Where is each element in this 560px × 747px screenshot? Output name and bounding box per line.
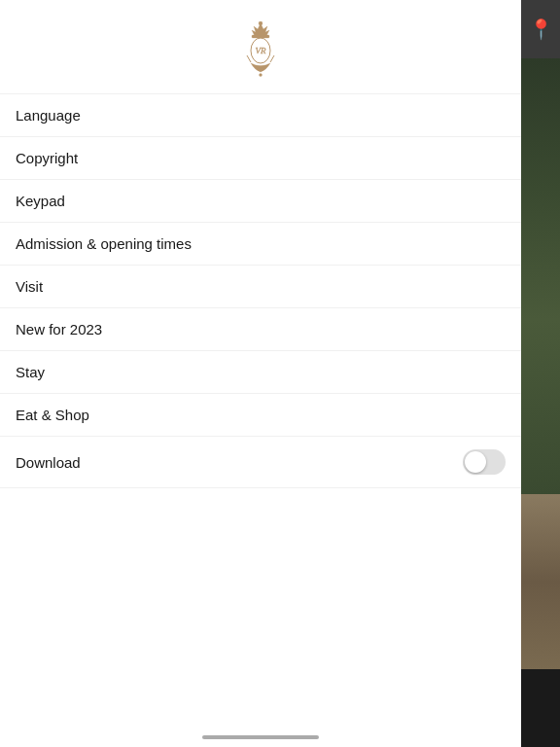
menu-item-new-for-2023[interactable]: New for 2023 (0, 308, 521, 351)
menu-item-label-eat-shop: Eat & Shop (16, 407, 89, 423)
home-indicator (202, 735, 319, 739)
menu-item-label-keypad: Keypad (16, 193, 65, 209)
menu-item-stay[interactable]: Stay (0, 351, 521, 394)
svg-line-4 (247, 55, 251, 62)
menu-item-copyright[interactable]: Copyright (0, 137, 521, 180)
menu-item-visit[interactable]: Visit (0, 266, 521, 308)
right-side-panel: 📍 (521, 0, 560, 747)
toggle-download[interactable] (463, 449, 506, 475)
svg-point-0 (259, 21, 262, 25)
image-segment-dark (521, 669, 560, 747)
map-pin-icon: 📍 (529, 18, 553, 41)
image-segment-trees (521, 58, 560, 494)
menu-item-label-language: Language (16, 107, 81, 124)
menu-item-label-download: Download (16, 454, 81, 471)
menu-item-admission[interactable]: Admission & opening times (0, 223, 521, 266)
map-pin-area[interactable]: 📍 (521, 0, 560, 58)
menu-item-label-visit: Visit (16, 278, 43, 295)
svg-line-5 (270, 55, 274, 62)
menu-item-language[interactable]: Language (0, 93, 521, 137)
logo-container: VR (239, 16, 282, 86)
main-panel: VR LanguageCopyrightKeypadAdmission & op… (0, 0, 521, 747)
menu-list: LanguageCopyrightKeypadAdmission & openi… (0, 93, 521, 488)
menu-item-label-stay: Stay (16, 364, 45, 380)
menu-item-label-admission: Admission & opening times (16, 235, 192, 252)
menu-item-download[interactable]: Download (0, 437, 521, 488)
menu-item-keypad[interactable]: Keypad (0, 180, 521, 223)
menu-item-label-new-for-2023: New for 2023 (16, 321, 102, 338)
royal-crest-logo: VR (239, 21, 282, 80)
image-segment-building (521, 494, 560, 669)
svg-text:VR: VR (256, 46, 266, 55)
menu-item-label-copyright: Copyright (16, 150, 78, 166)
svg-point-6 (260, 74, 262, 77)
menu-item-eat-shop[interactable]: Eat & Shop (0, 394, 521, 437)
